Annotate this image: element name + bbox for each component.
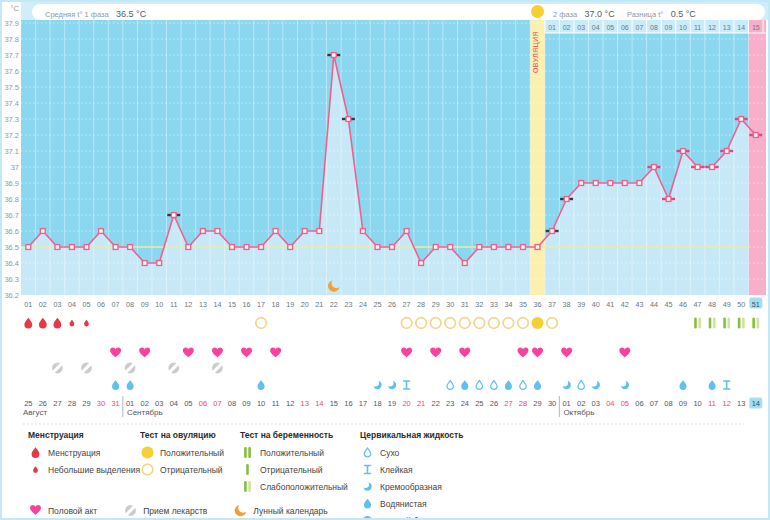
cycle-day-number[interactable]: 27 bbox=[403, 300, 411, 309]
cycle-day-number[interactable]: 33 bbox=[490, 300, 498, 309]
data-point[interactable] bbox=[753, 133, 758, 138]
cycle-day-number[interactable]: 05 bbox=[83, 300, 91, 309]
cycle-day-number[interactable]: 24 bbox=[359, 300, 367, 309]
cycle-day-number[interactable]: 15 bbox=[228, 300, 236, 309]
data-point[interactable] bbox=[99, 229, 104, 234]
data-point[interactable] bbox=[448, 245, 453, 250]
data-point[interactable] bbox=[317, 229, 322, 234]
data-point[interactable] bbox=[244, 245, 249, 250]
cycle-day-number[interactable]: 20 bbox=[301, 300, 309, 309]
data-point[interactable] bbox=[695, 165, 700, 170]
data-point[interactable] bbox=[302, 229, 307, 234]
cycle-day-number[interactable]: 21 bbox=[315, 300, 323, 309]
data-point[interactable] bbox=[157, 261, 162, 266]
data-point[interactable] bbox=[462, 261, 467, 266]
data-point[interactable] bbox=[419, 261, 424, 266]
data-point[interactable] bbox=[171, 213, 176, 218]
cycle-day-number[interactable]: 03 bbox=[53, 300, 61, 309]
cycle-day-number[interactable]: 35 bbox=[519, 300, 527, 309]
data-point[interactable] bbox=[40, 229, 45, 234]
data-point[interactable] bbox=[259, 245, 264, 250]
data-point[interactable] bbox=[666, 197, 671, 202]
data-point[interactable] bbox=[404, 229, 409, 234]
cycle-day-number[interactable]: 47 bbox=[694, 300, 702, 309]
data-point[interactable] bbox=[593, 181, 598, 186]
cycle-day-number[interactable]: 36 bbox=[534, 300, 542, 309]
cycle-day-number[interactable]: 29 bbox=[432, 300, 440, 309]
data-point[interactable] bbox=[375, 245, 380, 250]
data-point[interactable] bbox=[288, 245, 293, 250]
cycle-day-number[interactable]: 11 bbox=[170, 300, 177, 309]
cycle-day-number[interactable]: 13 bbox=[199, 300, 207, 309]
data-point[interactable] bbox=[550, 229, 555, 234]
cycle-day-number[interactable]: 38 bbox=[563, 300, 571, 309]
data-point[interactable] bbox=[361, 229, 366, 234]
cycle-day-number[interactable]: 22 bbox=[330, 300, 338, 309]
cycle-day-number[interactable]: 45 bbox=[665, 300, 673, 309]
data-point[interactable] bbox=[739, 117, 744, 122]
cycle-day-number[interactable]: 25 bbox=[374, 300, 382, 309]
cycle-day-number[interactable]: 12 bbox=[184, 300, 192, 309]
data-point[interactable] bbox=[186, 245, 191, 250]
cycle-day-number[interactable]: 32 bbox=[475, 300, 483, 309]
data-point[interactable] bbox=[346, 117, 351, 122]
data-point[interactable] bbox=[230, 245, 235, 250]
data-point[interactable] bbox=[652, 165, 657, 170]
cycle-day-number[interactable]: 30 bbox=[446, 300, 454, 309]
data-point[interactable] bbox=[331, 53, 336, 58]
data-point[interactable] bbox=[710, 165, 715, 170]
cycle-day-number[interactable]: 41 bbox=[606, 300, 614, 309]
cycle-day-number[interactable]: 26 bbox=[388, 300, 396, 309]
data-point[interactable] bbox=[506, 245, 511, 250]
cycle-day-number[interactable]: 43 bbox=[635, 300, 643, 309]
cycle-day-number[interactable]: 08 bbox=[126, 300, 134, 309]
cycle-day-number[interactable]: 16 bbox=[243, 300, 251, 309]
data-point[interactable] bbox=[215, 229, 220, 234]
cycle-day-number[interactable]: 18 bbox=[272, 300, 280, 309]
cycle-day-number[interactable]: 49 bbox=[723, 300, 731, 309]
cycle-day-number[interactable]: 04 bbox=[68, 300, 76, 309]
cycle-day-number[interactable]: 37 bbox=[548, 300, 556, 309]
cycle-day-number[interactable]: 42 bbox=[621, 300, 629, 309]
data-point[interactable] bbox=[681, 149, 686, 154]
cycle-day-number[interactable]: 39 bbox=[577, 300, 585, 309]
data-point[interactable] bbox=[477, 245, 482, 250]
cycle-day-number[interactable]: 10 bbox=[155, 300, 163, 309]
data-point[interactable] bbox=[579, 181, 584, 186]
data-point[interactable] bbox=[622, 181, 627, 186]
data-point[interactable] bbox=[521, 245, 526, 250]
cycle-day-number[interactable]: 01 bbox=[24, 300, 32, 309]
cycle-day-number[interactable]: 34 bbox=[504, 300, 512, 309]
data-point[interactable] bbox=[637, 181, 642, 186]
cycle-day-number[interactable]: 51 bbox=[752, 300, 760, 309]
data-point[interactable] bbox=[128, 245, 133, 250]
data-point[interactable] bbox=[564, 197, 569, 202]
cycle-day-number[interactable]: 07 bbox=[112, 300, 120, 309]
data-point[interactable] bbox=[201, 229, 206, 234]
data-point[interactable] bbox=[113, 245, 118, 250]
data-point[interactable] bbox=[142, 261, 147, 266]
data-point[interactable] bbox=[608, 181, 613, 186]
data-point[interactable] bbox=[26, 245, 31, 250]
cycle-day-number[interactable]: 40 bbox=[592, 300, 600, 309]
cycle-day-number[interactable]: 50 bbox=[737, 300, 745, 309]
cycle-day-number[interactable]: 23 bbox=[344, 300, 352, 309]
data-point[interactable] bbox=[390, 245, 395, 250]
data-point[interactable] bbox=[70, 245, 75, 250]
data-point[interactable] bbox=[535, 245, 540, 250]
cycle-day-number[interactable]: 31 bbox=[461, 300, 469, 309]
data-point[interactable] bbox=[492, 245, 497, 250]
cycle-day-number[interactable]: 44 bbox=[650, 300, 658, 309]
cycle-day-number[interactable]: 19 bbox=[286, 300, 294, 309]
data-point[interactable] bbox=[724, 149, 729, 154]
cycle-day-number[interactable]: 14 bbox=[213, 300, 221, 309]
data-point[interactable] bbox=[55, 245, 60, 250]
cycle-day-number[interactable]: 06 bbox=[97, 300, 105, 309]
data-point[interactable] bbox=[84, 245, 89, 250]
data-point[interactable] bbox=[433, 245, 438, 250]
cycle-day-number[interactable]: 46 bbox=[679, 300, 687, 309]
cycle-day-number[interactable]: 09 bbox=[141, 300, 149, 309]
cycle-day-number[interactable]: 17 bbox=[257, 300, 265, 309]
cycle-day-number[interactable]: 28 bbox=[417, 300, 425, 309]
cycle-day-number[interactable]: 48 bbox=[708, 300, 716, 309]
